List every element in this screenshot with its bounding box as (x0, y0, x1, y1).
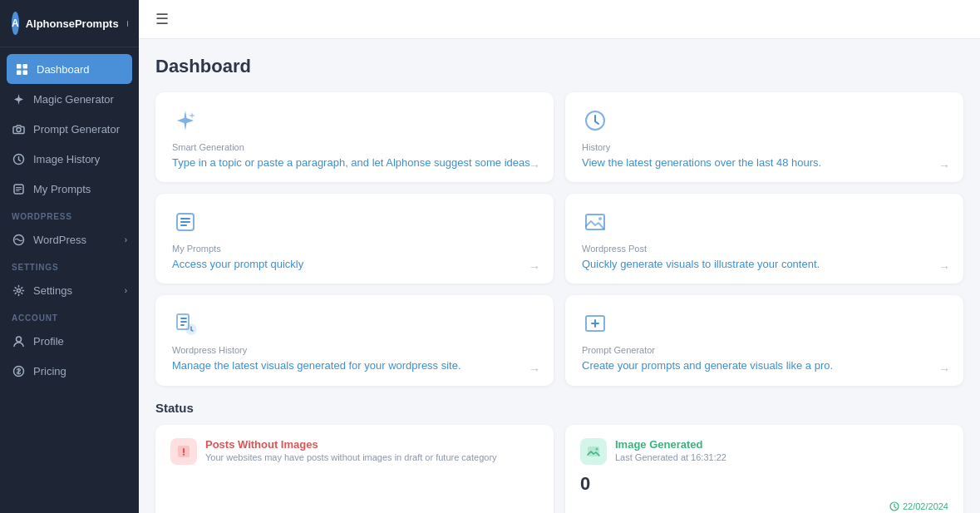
svg-rect-2 (17, 70, 22, 75)
status-card-subtitle: Your websites may have posts without ima… (205, 452, 497, 462)
settings-icon (12, 284, 25, 297)
card-label: History (582, 142, 947, 152)
card-description: Manage the latest visuals generated for … (172, 358, 537, 373)
sidebar-item-dashboard[interactable]: Dashboard (7, 54, 132, 84)
sidebar-item-pricing[interactable]: Pricing (0, 356, 139, 386)
card-description: View the latest generations over the las… (582, 155, 947, 170)
card-label: Smart Generation (172, 142, 537, 152)
status-card-title: Image Generated (615, 438, 726, 451)
list-icon (172, 209, 199, 235)
profile-icon (12, 334, 25, 348)
sidebar-item-label: My Prompts (33, 183, 91, 195)
section-label-settings: SETTINGS (0, 254, 139, 275)
status-date: 22/02/2024 (889, 501, 948, 511)
svg-rect-3 (22, 70, 27, 75)
history2-icon (172, 310, 199, 337)
arrow-right-icon: → (938, 159, 950, 172)
clock-icon (582, 107, 608, 134)
arrow-right-icon: → (529, 159, 540, 172)
arrow-right-icon: → (938, 363, 950, 376)
sidebar-item-settings[interactable]: Settings › (0, 275, 139, 305)
card-wordpress-post[interactable]: Wordpress Post Quickly generate visuals … (565, 194, 963, 284)
status-title: Status (155, 401, 963, 415)
hamburger-icon[interactable]: ☰ (155, 10, 169, 28)
card-label: Prompt Generator (582, 345, 947, 355)
sidebar-item-label: WordPress (33, 234, 86, 246)
sidebar-item-label: Profile (33, 335, 64, 348)
sidebar-item-profile[interactable]: Profile (0, 326, 139, 356)
svg-rect-19 (588, 446, 599, 456)
prompts-icon (12, 182, 25, 195)
sidebar-item-label: Settings (33, 284, 72, 297)
card-history[interactable]: History View the latest generations over… (565, 92, 963, 182)
svg-rect-0 (17, 64, 22, 69)
card-prompt-generator[interactable]: Prompt Generator Create your prompts and… (565, 295, 963, 385)
status-card-subtitle: Last Generated at 16:31:22 (615, 452, 726, 462)
camera-icon (12, 122, 25, 136)
arrow-right-icon: → (938, 260, 950, 274)
dashboard-icon (15, 62, 28, 76)
brand-name: AlphonsePrompts (26, 17, 119, 30)
chevron-right-icon: › (125, 286, 127, 295)
main-content: ☰ Dashboard Smart Generation Type in a t… (139, 0, 980, 513)
wordpress-icon (12, 233, 25, 246)
sidebar-nav: Dashboard Magic Generator Prompt Generat… (0, 47, 139, 513)
sidebar-item-label: Pricing (33, 365, 66, 377)
brand-avatar: A (12, 12, 19, 35)
status-grid: Posts Without Images Your websites may h… (155, 425, 963, 513)
svg-point-8 (17, 289, 20, 292)
section-label-wordpress: WORDPRESS (0, 204, 139, 224)
content-area: Dashboard Smart Generation Type in a top… (139, 39, 980, 513)
card-label: Wordpress History (172, 345, 537, 355)
chevron-right-icon: › (125, 235, 127, 244)
sidebar-item-wordpress[interactable]: WordPress › (0, 224, 139, 254)
arrow-right-icon: → (529, 260, 540, 274)
sidebar: A AlphonsePrompts Dashboard Magi (0, 0, 139, 513)
card-description: Access your prompt quickly (172, 257, 537, 272)
error-icon (170, 438, 197, 465)
svg-rect-1 (22, 64, 27, 69)
plus-icon (582, 310, 608, 337)
card-my-prompts[interactable]: My Prompts Access your prompt quickly → (155, 194, 554, 284)
card-description: Type in a topic or paste a paragraph, an… (172, 155, 537, 170)
status-card-header: Posts Without Images Your websites may h… (170, 438, 539, 465)
sidebar-item-label: Magic Generator (33, 93, 114, 106)
sidebar-item-image-history[interactable]: Image History (0, 144, 139, 174)
sidebar-item-magic-generator[interactable]: Magic Generator (0, 84, 139, 114)
page-title: Dashboard (155, 56, 963, 77)
brand-area: A AlphonsePrompts (0, 0, 139, 47)
cards-grid: Smart Generation Type in a topic or past… (155, 92, 963, 386)
card-description: Create your prompts and generate visuals… (582, 358, 947, 373)
status-number: 0 (580, 473, 948, 495)
svg-point-14 (598, 217, 602, 220)
card-label: My Prompts (172, 244, 537, 254)
image-icon (582, 209, 608, 235)
magic-icon (12, 92, 25, 106)
card-smart-generation[interactable]: Smart Generation Type in a topic or past… (155, 92, 554, 182)
sidebar-item-label: Image History (33, 153, 100, 165)
sidebar-item-prompt-generator[interactable]: Prompt Generator (0, 114, 139, 144)
section-label-account: ACCOUNT (0, 305, 139, 326)
sparkle-icon (172, 107, 199, 134)
image-generated-icon (580, 438, 607, 465)
status-card-header: Image Generated Last Generated at 16:31:… (580, 438, 948, 465)
sidebar-item-label: Dashboard (37, 63, 90, 76)
card-label: Wordpress Post (582, 244, 947, 254)
topbar: ☰ (139, 0, 980, 39)
sidebar-item-label: Prompt Generator (33, 123, 120, 136)
status-footer: 22/02/2024 (580, 501, 948, 511)
pricing-icon (12, 364, 25, 377)
status-card-image-generated: Image Generated Last Generated at 16:31:… (565, 425, 963, 513)
svg-point-9 (16, 337, 21, 342)
sidebar-item-my-prompts[interactable]: My Prompts (0, 174, 139, 204)
card-wordpress-history[interactable]: Wordpress History Manage the latest visu… (155, 295, 554, 385)
svg-point-4 (17, 127, 21, 131)
arrow-right-icon: → (529, 363, 540, 376)
history-icon (12, 152, 25, 165)
svg-point-20 (596, 447, 598, 450)
card-description: Quickly generate visuals to illustrate y… (582, 257, 947, 272)
status-card-title: Posts Without Images (205, 438, 497, 451)
status-card-posts-without-images: Posts Without Images Your websites may h… (155, 425, 554, 513)
